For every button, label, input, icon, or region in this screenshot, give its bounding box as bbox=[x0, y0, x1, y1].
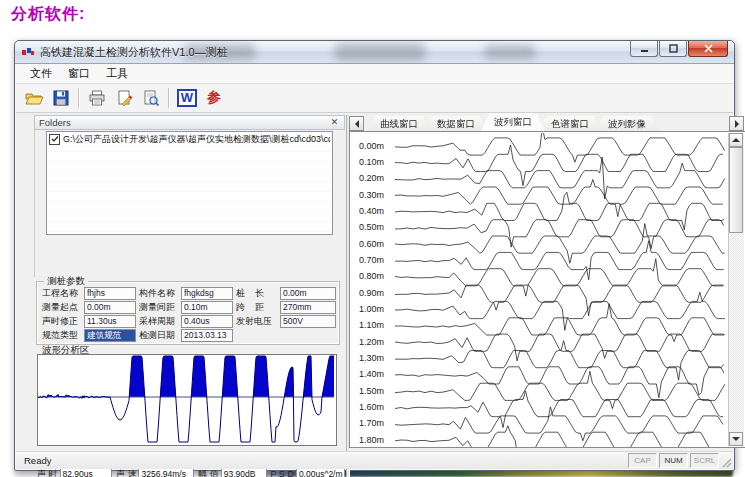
status-indicator-cap: CAP bbox=[628, 453, 657, 468]
wave-trace bbox=[395, 426, 723, 448]
positive-fill-area bbox=[38, 356, 334, 397]
wave-trace bbox=[395, 157, 725, 199]
word-icon: W bbox=[177, 89, 197, 107]
print-export-icon bbox=[114, 88, 134, 108]
field-label: 测量间距 bbox=[139, 301, 178, 314]
tab-4[interactable]: 色谱窗口 bbox=[538, 116, 602, 131]
wave-trace bbox=[395, 133, 725, 162]
detect-date-field[interactable]: 2013.03.13 bbox=[181, 329, 233, 342]
vertical-scrollbar[interactable] bbox=[728, 133, 744, 446]
page-title: 分析软件: bbox=[11, 4, 85, 25]
depth-label: 1.70m bbox=[359, 418, 393, 428]
open-folder-icon bbox=[24, 88, 44, 108]
tab-strip: 曲线窗口数据窗口波列窗口色谱窗口波列影像 bbox=[349, 114, 745, 131]
field-label: 构件名称 bbox=[139, 287, 178, 300]
scroll-up-button[interactable] bbox=[729, 133, 743, 147]
span-field[interactable]: 270mm bbox=[280, 301, 336, 314]
close-button[interactable] bbox=[688, 41, 728, 57]
tab-2[interactable]: 数据窗口 bbox=[424, 116, 488, 131]
measure-interval-field[interactable]: 0.10m bbox=[181, 301, 233, 314]
tab-scroll-right-button[interactable] bbox=[729, 116, 744, 131]
tab-3[interactable]: 波列窗口 bbox=[481, 113, 545, 131]
tabs: 曲线窗口数据窗口波列窗口色谱窗口波列影像 bbox=[367, 114, 652, 131]
field-label: 工程名称 bbox=[42, 287, 81, 300]
status-indicator-num: NUM bbox=[659, 453, 688, 468]
parameter-button[interactable]: 参 bbox=[202, 86, 226, 110]
minimize-button[interactable] bbox=[630, 41, 658, 57]
window-controls bbox=[629, 41, 728, 57]
project-name-field[interactable]: fhjhs bbox=[84, 287, 136, 300]
resize-grip-icon[interactable] bbox=[720, 456, 732, 468]
screen: 分析软件: 高铁建混凝土检测分析软件V1.0—测桩 bbox=[0, 0, 745, 477]
app-icon bbox=[21, 45, 35, 59]
save-button[interactable] bbox=[49, 86, 73, 110]
menu-item-1[interactable]: 文件 bbox=[22, 64, 60, 83]
tab-scroll-left-button[interactable] bbox=[349, 116, 364, 131]
wave-trace bbox=[395, 285, 724, 316]
scrollbar-thumb[interactable] bbox=[729, 147, 743, 233]
field-label: 发射电压 bbox=[236, 315, 277, 328]
pile-length-field[interactable]: 0.00m bbox=[280, 287, 336, 300]
toolbar-separator bbox=[78, 88, 80, 108]
tab-1[interactable]: 曲线窗口 bbox=[367, 116, 431, 131]
scroll-down-button[interactable] bbox=[729, 432, 743, 446]
depth-label: 1.80m bbox=[359, 435, 393, 445]
wave-trace bbox=[395, 407, 723, 441]
parameter-icon: 参 bbox=[207, 89, 221, 107]
wave-trace bbox=[395, 292, 725, 330]
depth-label: 0.90m bbox=[359, 288, 393, 298]
statusbar: Ready CAPNUMSCRL bbox=[16, 451, 733, 469]
maximize-button[interactable] bbox=[659, 41, 687, 57]
print-preview-icon bbox=[141, 88, 161, 108]
depth-label: 0.70m bbox=[359, 255, 393, 265]
field-label: 桩 长 bbox=[236, 287, 277, 300]
word-export-button[interactable]: W bbox=[175, 86, 199, 110]
left-arrow-icon bbox=[351, 120, 359, 128]
glass-reflection bbox=[485, 45, 535, 59]
component-name-field[interactable]: fhgkdsg bbox=[181, 287, 233, 300]
depth-label: 1.10m bbox=[359, 320, 393, 330]
print-preview-button[interactable] bbox=[139, 86, 163, 110]
wave-trace bbox=[395, 192, 724, 230]
depth-label: 0.40m bbox=[359, 206, 393, 216]
down-arrow-icon bbox=[732, 437, 740, 445]
wave-train-panel[interactable]: 0.00m0.10m0.20m0.30m0.40m0.50m0.60m0.70m… bbox=[349, 131, 745, 448]
up-arrow-icon bbox=[732, 134, 740, 142]
depth-label: 0.10m bbox=[359, 157, 393, 167]
wave-trace bbox=[395, 180, 723, 217]
time-correction-field[interactable]: 11.30us bbox=[84, 315, 136, 328]
field-label: 测量起点 bbox=[42, 301, 81, 314]
window-title: 高铁建混凝土检测分析软件V1.0—测桩 bbox=[40, 45, 228, 60]
check-icon bbox=[51, 135, 59, 143]
toolbar-separator bbox=[168, 88, 170, 108]
app-window: 高铁建混凝土检测分析软件V1.0—测桩 文件窗口工具 bbox=[14, 40, 735, 471]
save-icon bbox=[51, 88, 71, 108]
depth-label: 1.20m bbox=[359, 337, 393, 347]
psd-label: P S D bbox=[271, 469, 294, 477]
open-button[interactable] bbox=[22, 86, 46, 110]
print-export-button[interactable] bbox=[112, 86, 136, 110]
status-indicator-scrl: SCRL bbox=[690, 453, 719, 468]
menu-item-3[interactable]: 工具 bbox=[98, 64, 136, 83]
field-label: 规范类型 bbox=[42, 329, 81, 342]
wave-analysis-plot[interactable] bbox=[37, 354, 337, 446]
print-button[interactable] bbox=[85, 86, 109, 110]
right-arrow-icon bbox=[735, 120, 743, 128]
depth-label: 1.50m bbox=[359, 386, 393, 396]
voltage-field[interactable]: 500V bbox=[280, 315, 336, 328]
folder-path: G:\公司产品设计开发\超声仪器\超声仪实地检测数据\测桩cd\cd03\cd0… bbox=[63, 133, 330, 146]
folder-list-item[interactable]: G:\公司产品设计开发\超声仪器\超声仪实地检测数据\测桩cd\cd03\cd0… bbox=[47, 132, 332, 146]
folders-list[interactable]: G:\公司产品设计开发\超声仪器\超声仪实地检测数据\测桩cd\cd03\cd0… bbox=[46, 131, 333, 235]
wave-trace bbox=[395, 367, 724, 398]
minimize-icon bbox=[640, 44, 649, 53]
folders-close-button[interactable]: ✕ bbox=[329, 117, 340, 128]
standard-type-field[interactable]: 建筑规范 bbox=[84, 329, 136, 342]
tab-5[interactable]: 波列影像 bbox=[595, 116, 659, 131]
measure-start-field[interactable]: 0.00m bbox=[84, 301, 136, 314]
titlebar: 高铁建混凝土检测分析软件V1.0—测桩 bbox=[15, 41, 734, 64]
wave-trace bbox=[395, 371, 725, 408]
menu-item-2[interactable]: 窗口 bbox=[60, 64, 98, 83]
folder-checkbox[interactable] bbox=[49, 134, 60, 145]
sample-period-field[interactable]: 0.40us bbox=[181, 315, 233, 328]
depth-label: 1.30m bbox=[359, 353, 393, 363]
